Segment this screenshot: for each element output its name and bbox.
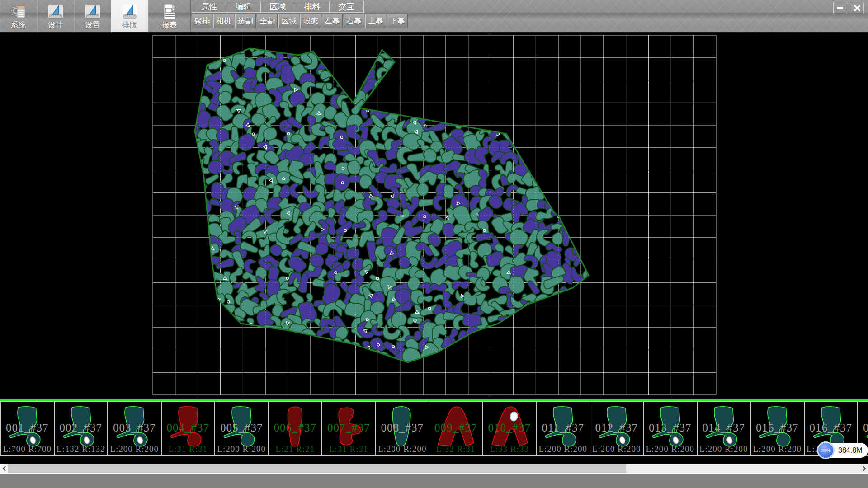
horizontal-scrollbar[interactable]: [0, 464, 868, 473]
action-button-9[interactable]: 下靠: [387, 14, 408, 28]
menu-tab-4[interactable]: 交互: [329, 1, 364, 13]
piece-shape: [326, 403, 371, 453]
piece-shape: [648, 403, 692, 453]
piece-shape: [755, 403, 799, 453]
chevron-right-icon: [862, 466, 867, 471]
menu-tab-1[interactable]: 编辑: [226, 1, 261, 13]
piece-thumbnail-9[interactable]: 009_#37L:32 R:31: [429, 402, 483, 455]
piece-thumbnail-6[interactable]: 006_#37L:21 R:21: [269, 402, 323, 455]
status-bar: [0, 473, 868, 488]
piece-thumbnail-4[interactable]: 004_#37L:31 R:31: [162, 402, 216, 455]
action-button-8[interactable]: 上靠: [365, 14, 386, 28]
piece-thumbnail-7[interactable]: 007_#37L:31 R:31: [322, 402, 376, 455]
piece-thumbnail-3[interactable]: 003_#37L:200 R:200: [108, 402, 162, 455]
piece-shape: [434, 403, 478, 453]
piece-thumbnail-14[interactable]: 014_#37L:200 R:200: [698, 402, 751, 455]
piece-shape: [5, 403, 49, 453]
piece-shape: [112, 403, 156, 453]
title-bar: 系统设计设置排版报表 属性编辑区域排料交互 聚排相机选割全割区域瑕疵左靠右靠上靠…: [0, 0, 868, 33]
piece-shape: [594, 403, 639, 453]
progress-badge[interactable]: 38% 384.8M: [818, 443, 868, 458]
piece-shape: [380, 403, 425, 453]
window-controls: [833, 2, 864, 14]
piece-thumbnail-13[interactable]: 013_#37L:200 R:200: [644, 402, 698, 455]
system-icon: [9, 3, 28, 21]
scrollbar-thumb[interactable]: [8, 464, 626, 473]
toolbar-button-label: 排版: [122, 21, 137, 29]
piece-thumbnail-8[interactable]: 008_#37L:200 R:200: [376, 402, 430, 455]
action-button-2[interactable]: 选割: [235, 14, 256, 28]
scroll-left-button[interactable]: [0, 464, 8, 473]
menu-tab-2[interactable]: 区域: [260, 1, 295, 13]
piece-thumbnail-1[interactable]: 001_#37L:700 R:700: [0, 402, 55, 455]
design-icon: [47, 3, 65, 21]
menu-tab-row: 属性编辑区域排料交互: [192, 1, 408, 13]
minimize-icon: [837, 5, 844, 11]
toolbar-button-label: 系统: [11, 21, 26, 29]
nesting-canvas[interactable]: [0, 33, 868, 399]
piece-shape: [541, 403, 585, 453]
piece-thumbnail-strip: 001_#37L:700 R:700002_#37L:132 R:132003_…: [0, 399, 868, 456]
piece-shape: [219, 403, 264, 453]
close-button[interactable]: [850, 2, 864, 14]
piece-thumbnail-10[interactable]: 010_#37L:33 R:33: [483, 402, 537, 455]
piece-shape: [166, 403, 210, 453]
minimize-button[interactable]: [833, 2, 847, 14]
menu-tab-3[interactable]: 排料: [295, 1, 330, 13]
nesting-drawing: [0, 33, 868, 399]
piece-thumbnail-12[interactable]: 012_#37L:200 R:200: [590, 402, 644, 455]
piece-shape: [59, 403, 103, 453]
memory-size-text: 384.8M: [838, 446, 862, 454]
toolbar-button-design[interactable]: 设计: [37, 0, 74, 32]
piece-thumbnail-5[interactable]: 005_#37L:200 R:200: [215, 402, 269, 455]
action-button-4[interactable]: 区域: [278, 14, 299, 28]
action-button-6[interactable]: 左靠: [322, 14, 343, 28]
action-button-5[interactable]: 瑕疵: [300, 14, 321, 28]
action-button-0[interactable]: 聚排: [192, 14, 212, 28]
nesting-icon: [121, 3, 139, 21]
toolbar-button-label: 设置: [85, 21, 100, 29]
piece-shape: [487, 403, 532, 453]
piece-shape: [273, 403, 317, 453]
piece-thumbnail-15[interactable]: 015_#37L:200 R:200: [751, 402, 805, 455]
menu-block: 属性编辑区域排料交互 聚排相机选割全割区域瑕疵左靠右靠上靠下靠: [192, 1, 408, 28]
progress-percent: 38%: [817, 441, 835, 459]
application-window: 系统设计设置排版报表 属性编辑区域排料交互 聚排相机选割全割区域瑕疵左靠右靠上靠…: [0, 0, 868, 488]
toolbar-button-nesting[interactable]: 排版: [111, 0, 148, 32]
close-icon: [854, 5, 861, 12]
chevron-left-icon: [2, 466, 6, 471]
thumbnail-row: 001_#37L:700 R:700002_#37L:132 R:132003_…: [0, 401, 868, 456]
report-icon: [160, 3, 179, 21]
action-button-row: 聚排相机选割全割区域瑕疵左靠右靠上靠下靠: [192, 14, 408, 28]
menu-tab-0[interactable]: 属性: [192, 1, 226, 13]
action-button-1[interactable]: 相机: [213, 14, 234, 28]
toolbar-button-label: 设计: [48, 21, 63, 29]
action-button-3[interactable]: 全割: [257, 14, 278, 28]
piece-shape: [702, 403, 746, 453]
action-button-7[interactable]: 右靠: [344, 14, 364, 28]
piece-thumbnail-11[interactable]: 011_#37L:200 R:200: [537, 402, 590, 455]
toolbar-button-settings[interactable]: 设置: [74, 0, 111, 32]
toolbar-button-system[interactable]: 系统: [0, 0, 37, 32]
scroll-right-button[interactable]: [860, 464, 868, 473]
piece-thumbnail-2[interactable]: 002_#37L:132 R:132: [55, 402, 108, 455]
toolbar-button-report[interactable]: 报表: [148, 0, 191, 32]
main-toolbar: 系统设计设置排版报表: [0, 0, 191, 32]
toolbar-button-label: 报表: [162, 21, 177, 29]
settings-icon: [84, 3, 102, 21]
